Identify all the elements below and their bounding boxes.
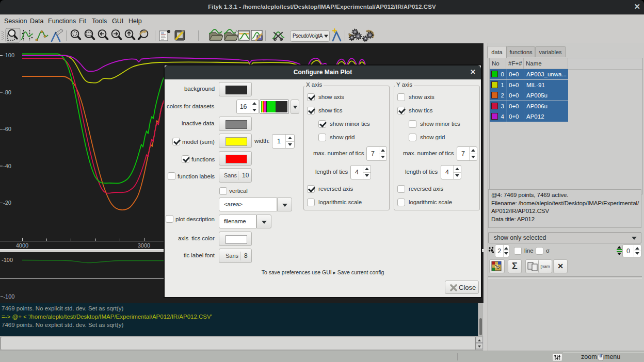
- svg-text:-20: -20: [3, 200, 11, 206]
- svg-text:~-100: ~-100: [0, 293, 14, 300]
- svg-text:-60: -60: [3, 126, 11, 132]
- svg-text:3000: 3000: [138, 242, 150, 249]
- svg-text:-80: -80: [3, 89, 11, 95]
- svg-text:-40: -40: [3, 163, 11, 169]
- svg-text:-100: -100: [3, 52, 14, 58]
- svg-text:PseudoVoigtA: PseudoVoigtA: [293, 33, 323, 39]
- svg-text:-100: -100: [2, 257, 13, 263]
- svg-text:4000: 4000: [16, 242, 28, 249]
